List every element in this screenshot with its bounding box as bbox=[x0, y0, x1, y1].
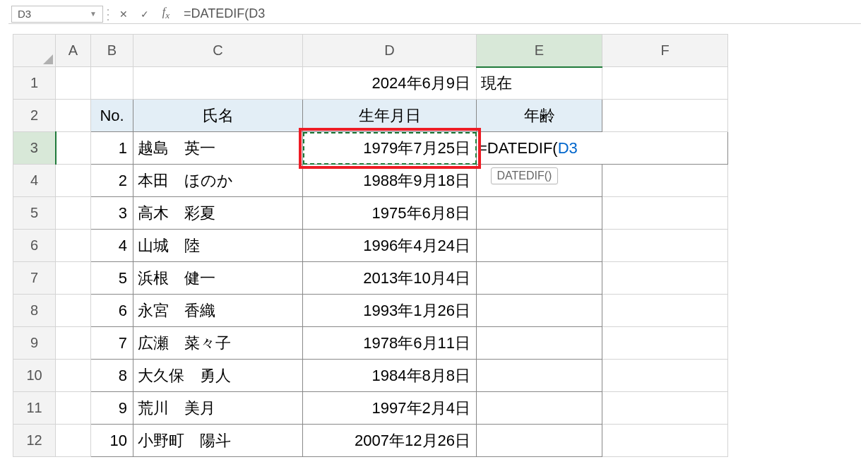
cell-D7[interactable]: 2013年10月4日 bbox=[303, 262, 477, 295]
cell-E3-editing[interactable]: =DATEDIF(D3 bbox=[477, 132, 728, 165]
spreadsheet-grid: A B C D E F 1 2024年6月9日 現在 2 No bbox=[13, 34, 728, 457]
cell-A7[interactable] bbox=[56, 262, 91, 295]
cell-C6[interactable]: 山城 陸 bbox=[133, 230, 303, 262]
cell-B10[interactable]: 8 bbox=[91, 360, 133, 392]
cell-B5[interactable]: 3 bbox=[91, 197, 133, 230]
cell-E8[interactable] bbox=[477, 295, 602, 327]
cell-B9[interactable]: 7 bbox=[91, 327, 133, 360]
cancel-icon[interactable]: ✕ bbox=[113, 6, 134, 23]
row-header-12[interactable]: 12 bbox=[13, 425, 56, 457]
cell-F5[interactable] bbox=[602, 197, 728, 230]
cell-B4[interactable]: 2 bbox=[91, 165, 133, 197]
enter-icon[interactable]: ✓ bbox=[134, 6, 155, 23]
row-header-3[interactable]: 3 bbox=[13, 132, 56, 165]
row-header-2[interactable]: 2 bbox=[13, 100, 56, 132]
col-header-B[interactable]: B bbox=[91, 35, 133, 67]
cell-A4[interactable] bbox=[56, 165, 91, 197]
cell-B3[interactable]: 1 bbox=[91, 132, 133, 165]
cell-C1[interactable] bbox=[133, 67, 303, 100]
row-header-4[interactable]: 4 bbox=[13, 165, 56, 197]
cell-A6[interactable] bbox=[56, 230, 91, 262]
cell-C10[interactable]: 大久保 勇人 bbox=[133, 360, 303, 392]
row-header-8[interactable]: 8 bbox=[13, 295, 56, 327]
cell-A1[interactable] bbox=[56, 67, 91, 100]
header-name[interactable]: 氏名 bbox=[133, 100, 303, 132]
cell-A9[interactable] bbox=[56, 327, 91, 360]
name-box[interactable]: D3 ▼ bbox=[11, 6, 103, 23]
formula-ref: D3 bbox=[558, 139, 578, 157]
cell-D1[interactable]: 2024年6月9日 bbox=[303, 67, 477, 100]
row-header-9[interactable]: 9 bbox=[13, 327, 56, 360]
cell-C5[interactable]: 高木 彩夏 bbox=[133, 197, 303, 230]
header-age[interactable]: 年齢 bbox=[477, 100, 602, 132]
cell-B1[interactable] bbox=[91, 67, 133, 100]
cell-A11[interactable] bbox=[56, 392, 91, 425]
header-no[interactable]: No. bbox=[91, 100, 133, 132]
col-header-C[interactable]: C bbox=[133, 35, 303, 67]
cell-A8[interactable] bbox=[56, 295, 91, 327]
function-tooltip: DATEDIF() bbox=[491, 167, 559, 184]
cell-B7[interactable]: 5 bbox=[91, 262, 133, 295]
row-header-11[interactable]: 11 bbox=[13, 392, 56, 425]
cell-F8[interactable] bbox=[602, 295, 728, 327]
cell-F2[interactable] bbox=[602, 100, 728, 132]
cell-D12[interactable]: 2007年12月26日 bbox=[303, 425, 477, 457]
col-header-D[interactable]: D bbox=[303, 35, 477, 67]
cell-F7[interactable] bbox=[602, 262, 728, 295]
name-box-caret-icon: ▼ bbox=[90, 10, 97, 18]
formula-input[interactable]: =DATEDIF(D3 bbox=[177, 6, 861, 21]
row-header-10[interactable]: 10 bbox=[13, 360, 56, 392]
cell-A12[interactable] bbox=[56, 425, 91, 457]
cell-F11[interactable] bbox=[602, 392, 728, 425]
cell-C4[interactable]: 本田 ほのか bbox=[133, 165, 303, 197]
cell-E12[interactable] bbox=[477, 425, 602, 457]
cell-D9[interactable]: 1978年6月11日 bbox=[303, 327, 477, 360]
cell-E7[interactable] bbox=[477, 262, 602, 295]
cell-D6[interactable]: 1996年4月24日 bbox=[303, 230, 477, 262]
cell-C12[interactable]: 小野町 陽斗 bbox=[133, 425, 303, 457]
row-header-7[interactable]: 7 bbox=[13, 262, 56, 295]
cell-B8[interactable]: 6 bbox=[91, 295, 133, 327]
col-header-A[interactable]: A bbox=[56, 35, 91, 67]
cell-F10[interactable] bbox=[602, 360, 728, 392]
cell-A5[interactable] bbox=[56, 197, 91, 230]
cell-F9[interactable] bbox=[602, 327, 728, 360]
cell-E1[interactable]: 現在 bbox=[477, 67, 602, 100]
cell-D3[interactable]: 1979年7月25日 bbox=[303, 132, 477, 165]
cell-F6[interactable] bbox=[602, 230, 728, 262]
cell-A2[interactable] bbox=[56, 100, 91, 132]
row-header-5[interactable]: 5 bbox=[13, 197, 56, 230]
cell-F12[interactable] bbox=[602, 425, 728, 457]
cell-A3[interactable] bbox=[56, 132, 91, 165]
col-header-E[interactable]: E bbox=[477, 35, 602, 67]
cell-C11[interactable]: 荒川 美月 bbox=[133, 392, 303, 425]
cell-B12[interactable]: 10 bbox=[91, 425, 133, 457]
cell-C7[interactable]: 浜根 健一 bbox=[133, 262, 303, 295]
cell-D8[interactable]: 1993年1月26日 bbox=[303, 295, 477, 327]
cell-D10[interactable]: 1984年8月8日 bbox=[303, 360, 477, 392]
cell-E10[interactable] bbox=[477, 360, 602, 392]
cell-E6[interactable] bbox=[477, 230, 602, 262]
cell-E9[interactable] bbox=[477, 327, 602, 360]
col-header-F[interactable]: F bbox=[602, 35, 728, 67]
fx-icon[interactable]: fx bbox=[155, 6, 177, 23]
cell-B6[interactable]: 4 bbox=[91, 230, 133, 262]
name-box-value: D3 bbox=[18, 8, 31, 20]
cell-C9[interactable]: 広瀬 菜々子 bbox=[133, 327, 303, 360]
cell-B11[interactable]: 9 bbox=[91, 392, 133, 425]
row-header-1[interactable]: 1 bbox=[13, 67, 56, 100]
cell-D11[interactable]: 1997年2月4日 bbox=[303, 392, 477, 425]
select-all-corner[interactable] bbox=[13, 35, 56, 67]
row-header-6[interactable]: 6 bbox=[13, 230, 56, 262]
cell-D5[interactable]: 1975年6月8日 bbox=[303, 197, 477, 230]
cell-D4[interactable]: 1988年9月18日 bbox=[303, 165, 477, 197]
cell-A10[interactable] bbox=[56, 360, 91, 392]
cell-E5[interactable] bbox=[477, 197, 602, 230]
cell-C3[interactable]: 越島 英一 bbox=[133, 132, 303, 165]
cell-F1[interactable] bbox=[602, 67, 728, 100]
formula-bar: D3 ▼ ⋮ ✕ ✓ fx =DATEDIF(D3 bbox=[8, 4, 861, 24]
cell-C8[interactable]: 永宮 香織 bbox=[133, 295, 303, 327]
cell-E11[interactable] bbox=[477, 392, 602, 425]
cell-F4[interactable] bbox=[602, 165, 728, 197]
header-dob[interactable]: 生年月日 bbox=[303, 100, 477, 132]
